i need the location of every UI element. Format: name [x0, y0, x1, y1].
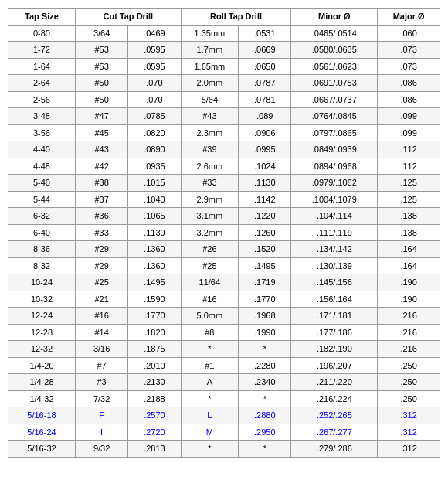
table-cell: 1.35mm — [181, 25, 239, 42]
table-cell: .1495 — [239, 257, 291, 274]
table-cell: #16 — [75, 308, 127, 325]
table-cell: .1875 — [128, 341, 181, 358]
table-cell: 2.3mm — [181, 124, 239, 141]
table-cell: .312 — [378, 441, 440, 458]
table-cell: 3-56 — [8, 124, 76, 141]
table-cell: .0469 — [128, 25, 181, 42]
table-cell: #47 — [75, 108, 127, 125]
table-row: 1-72#53.05951.7mm.0669.0580/.0635.073 — [8, 42, 440, 59]
table-row: 6-40#33.11303.2mm.1260.111/.119.138 — [8, 224, 440, 241]
table-row: 4-48#42.09352.6mm.1024.0894/.0968.112 — [8, 158, 440, 175]
table-cell: .2130 — [128, 374, 181, 391]
table-cell: 1/4-32 — [8, 390, 76, 407]
table-cell: .073 — [378, 42, 440, 59]
table-cell: 2-64 — [8, 75, 76, 92]
table-cell: .104/.114 — [291, 208, 378, 225]
table-row: 1/4-28#3.2130A.2340.211/.220.250 — [8, 374, 440, 391]
table-cell: .0797/.0865 — [291, 124, 378, 141]
table-cell: .0785 — [128, 108, 181, 125]
table-cell: 5/64 — [181, 91, 239, 108]
table-cell: #8 — [181, 324, 239, 341]
table-cell: .1142 — [239, 191, 291, 208]
table-cell: .250 — [378, 390, 440, 407]
table-cell: 1-64 — [8, 58, 76, 75]
table-cell: 5.0mm — [181, 308, 239, 325]
header-roll-tap: Roll Tap Drill — [181, 9, 291, 26]
table-row: 10-32#21.1590#16.1770.156/.164.190 — [8, 291, 440, 308]
table-cell: #43 — [181, 108, 239, 125]
table-cell: #29 — [75, 241, 127, 258]
table-cell: * — [181, 390, 239, 407]
table-cell: .0561/.0623 — [291, 58, 378, 75]
table-cell: 1.7mm — [181, 42, 239, 59]
table-cell: #21 — [75, 291, 127, 308]
table-cell: .216/.224 — [291, 390, 378, 407]
table-cell: .190 — [378, 291, 440, 308]
table-cell: .0935 — [128, 158, 181, 175]
table-cell: #53 — [75, 42, 127, 59]
table-cell: #33 — [75, 224, 127, 241]
table-cell: .070 — [128, 91, 181, 108]
table-cell: .145/.156 — [291, 274, 378, 291]
table-cell: .252/.265 — [291, 407, 378, 424]
table-row: 12-323/16.1875**.182/.190.216 — [8, 341, 440, 358]
table-cell: .190 — [378, 274, 440, 291]
table-cell: .1130 — [239, 175, 291, 192]
table-cell: 1-72 — [8, 42, 76, 59]
table-cell: .0650 — [239, 58, 291, 75]
table-cell: #53 — [75, 58, 127, 75]
table-cell: .1820 — [128, 324, 181, 341]
table-cell: .138 — [378, 208, 440, 225]
table-cell: 3/16 — [75, 341, 127, 358]
header-cut-tap: Cut Tap Drill — [75, 9, 181, 26]
table-cell: .2950 — [239, 424, 291, 441]
table-cell: 2-56 — [8, 91, 76, 108]
table-cell: .073 — [378, 58, 440, 75]
table-cell: 6-32 — [8, 208, 76, 225]
table-cell: .0595 — [128, 42, 181, 59]
table-cell: * — [239, 390, 291, 407]
table-cell: .312 — [378, 424, 440, 441]
table-cell: .1130 — [128, 224, 181, 241]
table-cell: .111/.119 — [291, 224, 378, 241]
table-cell: .0995 — [239, 141, 291, 158]
table-row: 6-32#36.10653.1mm.1220.104/.114.138 — [8, 208, 440, 225]
table-cell: #33 — [181, 175, 239, 192]
table-cell: .267/.277 — [291, 424, 378, 441]
table-cell: .0890 — [128, 141, 181, 158]
table-cell: .216 — [378, 324, 440, 341]
table-cell: .0531 — [239, 25, 291, 42]
table-cell: .156/.164 — [291, 291, 378, 308]
table-container: Tap Size Cut Tap Drill Roll Tap Drill Mi… — [0, 0, 448, 465]
table-cell: 3/64 — [75, 25, 127, 42]
table-cell: 5/16-32 — [8, 441, 76, 458]
table-cell: 10-32 — [8, 291, 76, 308]
table-cell: F — [75, 407, 127, 424]
table-cell: .1260 — [239, 224, 291, 241]
table-cell: .250 — [378, 374, 440, 391]
table-cell: .125 — [378, 191, 440, 208]
table-cell: 2.6mm — [181, 158, 239, 175]
table-cell: 3.1mm — [181, 208, 239, 225]
table-cell: 4-48 — [8, 158, 76, 175]
table-cell: .070 — [128, 75, 181, 92]
table-cell: .112 — [378, 141, 440, 158]
table-cell: .0580/.0635 — [291, 42, 378, 59]
table-cell: 2.0mm — [181, 75, 239, 92]
table-cell: .099 — [378, 124, 440, 141]
table-cell: 5/16-24 — [8, 424, 76, 441]
table-row: 8-36#29.1360#26.1520.134/.142.164 — [8, 241, 440, 258]
table-cell: 3.2mm — [181, 224, 239, 241]
table-cell: .0595 — [128, 58, 181, 75]
table-cell: #25 — [75, 274, 127, 291]
table-cell: 1.65mm — [181, 58, 239, 75]
table-row: 1-64#53.05951.65mm.0650.0561/.0623.073 — [8, 58, 440, 75]
table-cell: .2570 — [128, 407, 181, 424]
table-cell: .1360 — [128, 257, 181, 274]
table-cell: .0781 — [239, 91, 291, 108]
table-cell: * — [181, 341, 239, 358]
table-row: 2-56#50.0705/64.0781.0667/.0737.086 — [8, 91, 440, 108]
table-cell: .1495 — [128, 274, 181, 291]
table-cell: 8-36 — [8, 241, 76, 258]
table-cell: .112 — [378, 158, 440, 175]
